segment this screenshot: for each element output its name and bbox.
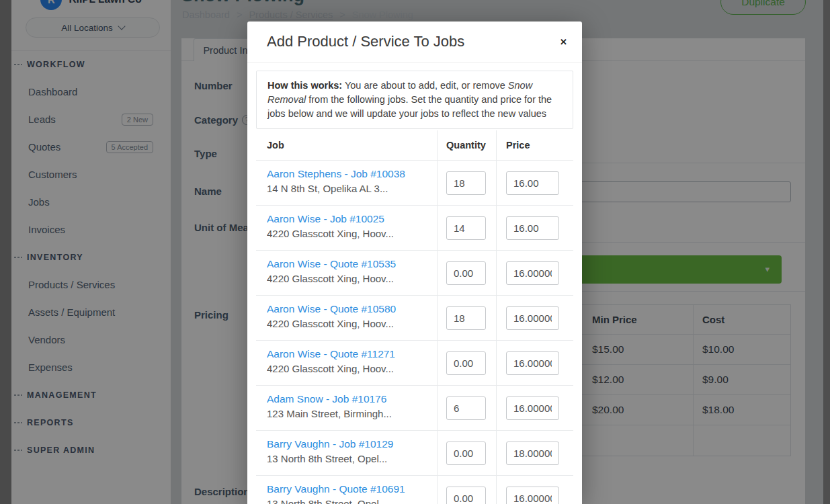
price-input[interactable]: [506, 171, 559, 195]
job-row: Aaron Wise - Job #10025 4220 Glasscott X…: [256, 206, 573, 251]
modal-title: Add Product / Service To Jobs: [267, 33, 464, 50]
price-input[interactable]: [506, 396, 559, 420]
app-viewport: R RIIPL Lawn Co All Locations WORKFLOW D…: [0, 0, 830, 504]
quantity-input[interactable]: [446, 306, 486, 330]
quantity-input[interactable]: [446, 171, 486, 195]
job-row: Barry Vaughn - Quote #10691 13 North 8th…: [256, 476, 573, 504]
column-header-quantity: Quantity: [437, 130, 496, 160]
quantity-input[interactable]: [446, 351, 486, 375]
jobs-table-header: Job Quantity Price: [256, 130, 573, 161]
job-row: Aaron Wise - Quote #10580 4220 Glasscott…: [256, 296, 573, 341]
price-input[interactable]: [506, 487, 559, 504]
add-product-service-modal: Add Product / Service To Jobs ✕ How this…: [247, 22, 582, 504]
job-address: 123 Main Street, Birmingh...: [267, 408, 427, 419]
price-input[interactable]: [506, 442, 559, 465]
job-link[interactable]: Barry Vaughn - Job #10129: [267, 438, 427, 450]
quantity-input[interactable]: [446, 396, 486, 420]
price-input[interactable]: [506, 261, 559, 285]
job-link[interactable]: Aaron Wise - Quote #11271: [267, 348, 427, 360]
job-link[interactable]: Aaron Wise - Quote #10580: [267, 303, 427, 315]
job-link[interactable]: Aaron Wise - Quote #10535: [267, 258, 427, 270]
job-row: Aaron Wise - Quote #10535 4220 Glasscott…: [256, 251, 573, 296]
note-text: You are about to add, edit, or remove: [342, 80, 508, 91]
job-address: 13 North 8th Street, Opel...: [267, 453, 427, 464]
quantity-input[interactable]: [446, 261, 486, 285]
quantity-input[interactable]: [446, 216, 486, 240]
price-input[interactable]: [506, 351, 559, 375]
job-row: Aaron Wise - Quote #11271 4220 Glasscott…: [256, 341, 573, 386]
note-bold: How this works:: [267, 80, 342, 91]
job-link[interactable]: Adam Snow - Job #10176: [267, 393, 427, 405]
close-icon[interactable]: ✕: [557, 34, 570, 50]
price-input[interactable]: [506, 306, 559, 330]
job-link[interactable]: Aaron Wise - Job #10025: [267, 213, 427, 225]
job-link[interactable]: Barry Vaughn - Quote #10691: [267, 483, 427, 495]
job-address: 4220 Glasscott Xing, Hoov...: [267, 228, 427, 239]
job-row: Aaron Stephens - Job #10038 14 N 8th St,…: [256, 161, 573, 206]
job-address: 13 North 8th Street, Opel...: [267, 498, 427, 504]
job-row: Adam Snow - Job #10176 123 Main Street, …: [256, 386, 573, 431]
price-input[interactable]: [506, 216, 559, 240]
job-row: Barry Vaughn - Job #10129 13 North 8th S…: [256, 431, 573, 476]
column-header-price: Price: [496, 130, 573, 160]
job-address: 4220 Glasscott Xing, Hoov...: [267, 318, 427, 329]
note-text: from the following jobs. Set the quantit…: [267, 94, 552, 119]
job-link[interactable]: Aaron Stephens - Job #10038: [267, 168, 427, 180]
column-header-job: Job: [256, 130, 437, 160]
jobs-table: Job Quantity Price Aaron Stephens - Job …: [256, 130, 573, 504]
job-address: 4220 Glasscott Xing, Hoov...: [267, 363, 427, 374]
how-this-works-note: How this works: You are about to add, ed…: [256, 71, 573, 129]
modal-header: Add Product / Service To Jobs ✕: [247, 22, 582, 62]
quantity-input[interactable]: [446, 487, 486, 504]
modal-body: How this works: You are about to add, ed…: [247, 62, 582, 504]
quantity-input[interactable]: [446, 442, 486, 465]
job-address: 4220 Glasscott Xing, Hoov...: [267, 273, 427, 284]
job-address: 14 N 8th St, Opelika AL 3...: [267, 183, 427, 194]
